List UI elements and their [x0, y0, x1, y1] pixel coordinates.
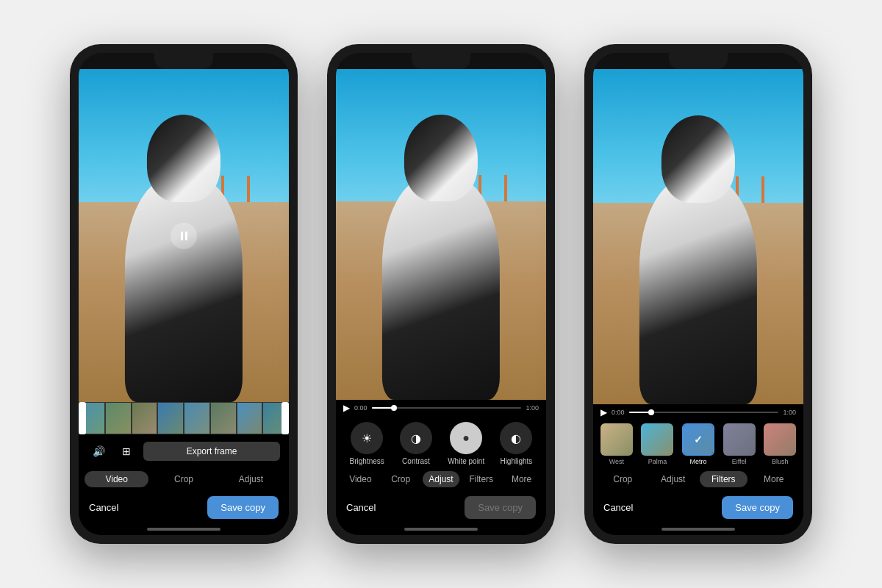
tab-more-3[interactable]: More: [750, 471, 798, 487]
whitepoint-label: White point: [448, 457, 484, 465]
filter-west[interactable]: West: [598, 423, 636, 465]
highlights-icon: ◐: [500, 422, 532, 454]
video-preview-1[interactable]: [79, 69, 289, 402]
crop-icon[interactable]: ⊞: [115, 440, 137, 462]
playback-bar-3[interactable]: [629, 412, 779, 413]
brightness-icon: ☀: [351, 422, 383, 454]
notch-3: [669, 53, 728, 69]
time-start-2: 0:00: [354, 404, 368, 412]
filter-name-west: West: [609, 458, 624, 465]
filter-thumb-eiffel: [723, 423, 756, 456]
filter-thumb-blush: [764, 423, 796, 456]
filter-metro[interactable]: ✓ Metro: [679, 423, 717, 465]
whitepoint-icon: ●: [450, 422, 482, 454]
phone-2: ▶ 0:00 1:00 ☀ Brightness ◑: [327, 44, 555, 544]
cancel-button-2[interactable]: Cancel: [346, 502, 376, 513]
filter-name-blush: Blush: [772, 458, 789, 465]
timeline-strip[interactable]: [79, 402, 289, 434]
playback-row-2: ▶ 0:00 1:00: [336, 400, 546, 416]
filter-thumb-metro: ✓: [682, 423, 714, 456]
home-indicator-3: [662, 528, 735, 531]
dog-figure: [110, 152, 257, 402]
tab-adjust-2[interactable]: Adjust: [423, 471, 460, 487]
playback-row-3: ▶ 0:00 1:00: [593, 404, 803, 420]
time-end-2: 1:00: [526, 404, 539, 412]
phone2-action-row: Cancel Save copy: [336, 492, 546, 525]
filter-thumb-west: [600, 423, 633, 456]
brightness-label: Brightness: [350, 457, 384, 465]
phone-3: ▶ 0:00 1:00 West: [584, 44, 812, 544]
tab-filters-2[interactable]: Filters: [462, 471, 500, 487]
save-copy-button-3[interactable]: Save copy: [722, 496, 793, 519]
filter-name-metro: Metro: [689, 458, 706, 465]
filter-palma[interactable]: Palma: [639, 423, 677, 465]
phone1-action-row: Cancel Save copy: [79, 492, 289, 525]
tab-crop-1[interactable]: Crop: [151, 471, 215, 487]
tab-crop-2[interactable]: Crop: [382, 471, 420, 487]
play-button-3[interactable]: ▶: [600, 407, 607, 417]
save-copy-button-1[interactable]: Save copy: [207, 496, 279, 519]
home-indicator-1: [147, 528, 220, 531]
contrast-icon: ◑: [400, 422, 432, 454]
tab-crop-3[interactable]: Crop: [599, 471, 647, 487]
cancel-button-1[interactable]: Cancel: [89, 502, 118, 513]
timeline-frames: [79, 402, 289, 434]
adjust-contrast[interactable]: ◑ Contrast: [400, 422, 432, 465]
video-preview-3[interactable]: [593, 69, 803, 404]
notch-2: [412, 53, 470, 69]
phone3-nav-tabs: Crop Adjust Filters More: [593, 468, 803, 492]
timeline-handle-left[interactable]: [79, 402, 86, 434]
cancel-button-3[interactable]: Cancel: [603, 502, 633, 513]
phone1-nav-tabs: Video Crop Adjust: [79, 468, 289, 492]
playback-dot-2: [391, 405, 397, 411]
pause-bar-left: [181, 232, 183, 240]
pause-overlay[interactable]: [171, 223, 197, 249]
playback-bar-2[interactable]: [372, 407, 522, 409]
filter-blush[interactable]: Blush: [761, 423, 799, 465]
time-start-3: 0:00: [612, 409, 625, 416]
dog-figure-3: [625, 153, 772, 404]
volume-icon[interactable]: 🔊: [87, 440, 110, 462]
adjust-controls: ☀ Brightness ◑ Contrast ● White point ◐ …: [336, 416, 546, 468]
time-end-3: 1:00: [783, 409, 796, 416]
tab-video-2[interactable]: Video: [342, 471, 379, 487]
tab-more-2[interactable]: More: [503, 471, 540, 487]
save-copy-button-2[interactable]: Save copy: [465, 496, 536, 519]
filter-strip: West Palma ✓ Metro: [593, 420, 803, 468]
adjust-brightness[interactable]: ☀ Brightness: [350, 422, 384, 465]
phone2-nav-tabs: Video Crop Adjust Filters More: [336, 468, 546, 492]
playback-dot-3: [648, 409, 654, 415]
tab-video-1[interactable]: Video: [85, 471, 148, 487]
filter-name-eiffel: Eiffel: [732, 458, 747, 465]
play-button-2[interactable]: ▶: [343, 403, 350, 413]
adjust-whitepoint[interactable]: ● White point: [448, 422, 484, 465]
home-indicator-2: [404, 528, 478, 531]
video-preview-2[interactable]: [336, 69, 546, 400]
filter-name-palma: Palma: [648, 458, 667, 465]
export-frame-button[interactable]: Export frame: [143, 442, 280, 461]
tab-adjust-3[interactable]: Adjust: [650, 471, 698, 487]
tab-filters-3[interactable]: Filters: [700, 471, 747, 487]
filter-eiffel[interactable]: Eiffel: [720, 423, 759, 465]
tab-adjust-1[interactable]: Adjust: [219, 471, 283, 487]
notch-1: [154, 53, 213, 69]
adjust-highlights[interactable]: ◐ Highlights: [500, 422, 532, 465]
pause-bar-right: [185, 232, 187, 240]
phone1-tool-row: 🔊 ⊞ Export frame: [79, 434, 289, 468]
highlights-label: Highlights: [500, 457, 532, 465]
dog-figure-2: [368, 152, 514, 401]
contrast-label: Contrast: [402, 457, 430, 465]
phone-1: 🔊 ⊞ Export frame Video Crop Adjust Cance…: [70, 44, 298, 544]
timeline-handle-right[interactable]: [282, 402, 289, 434]
filter-check-metro: ✓: [684, 425, 713, 454]
filter-thumb-palma: [641, 423, 673, 456]
phone3-action-row: Cancel Save copy: [593, 492, 803, 525]
